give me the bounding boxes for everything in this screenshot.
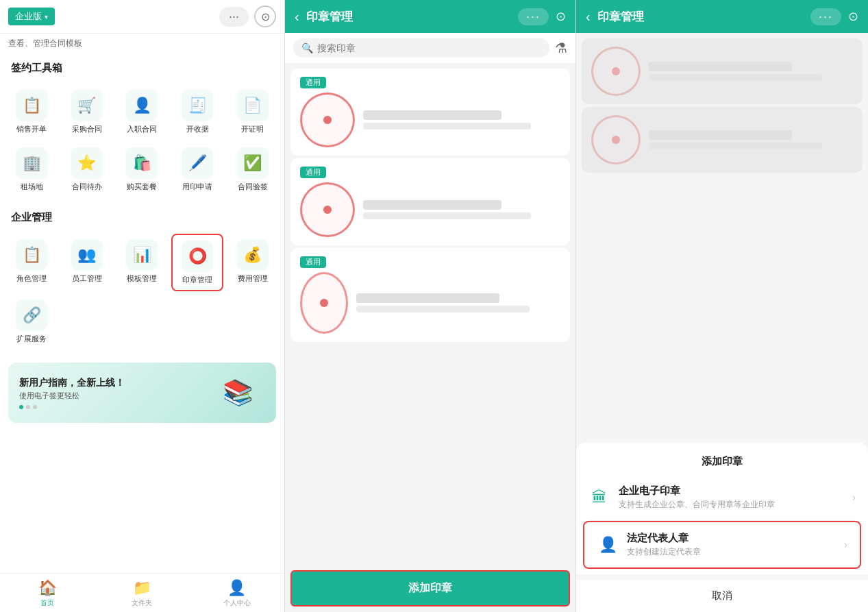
right-header: ‹ 印章管理 ··· ⊙ bbox=[576, 0, 868, 33]
purchase-contract-label: 采购合同 bbox=[72, 124, 102, 134]
enterprise-seal-sub: 支持生成企业公章、合同专用章等企业印章 bbox=[619, 499, 844, 511]
grid-item-purchase-contract[interactable]: 🛒 采购合同 bbox=[61, 84, 114, 139]
add-stamp-button[interactable]: 添加印章 bbox=[290, 570, 570, 607]
onboard-contract-label: 入职合同 bbox=[127, 124, 157, 134]
middle-target-icon[interactable]: ⊙ bbox=[556, 9, 566, 24]
enterprise-seal-title: 企业电子印章 bbox=[619, 485, 844, 498]
certificate-label: 开证明 bbox=[241, 124, 264, 134]
more-options-button[interactable]: ··· bbox=[219, 7, 249, 27]
grid-item-onboard-contract[interactable]: 👤 入职合同 bbox=[116, 84, 169, 139]
enterprise-button[interactable]: 企业版 ▾ bbox=[8, 8, 55, 25]
grid-item-buy-package[interactable]: 🛍️ 购买套餐 bbox=[116, 142, 169, 197]
grid-item-role-mgmt[interactable]: 📋 角色管理 bbox=[5, 234, 58, 291]
buy-package-icon: 🛍️ bbox=[126, 147, 158, 179]
nav-item-files[interactable]: 📁 文件夹 bbox=[95, 574, 189, 612]
grid-item-fee-mgmt[interactable]: 💰 费用管理 bbox=[226, 234, 279, 291]
enterprise-seal-item[interactable]: 🏛 企业电子印章 支持生成企业公章、合同专用章等企业印章 › bbox=[576, 475, 868, 520]
stamp-item-1[interactable]: 通用 bbox=[290, 69, 570, 156]
target-icon-button[interactable]: ⊙ bbox=[254, 5, 276, 27]
sales-contract-icon: 📋 bbox=[16, 90, 47, 121]
middle-more-button[interactable]: ··· bbox=[518, 8, 549, 25]
stamp-image-row-3 bbox=[300, 272, 560, 334]
stamp-sub-blurred-1 bbox=[363, 123, 531, 130]
stamp-circle-1 bbox=[300, 93, 355, 147]
stamp-info-2 bbox=[363, 200, 560, 219]
stamp-circle-3 bbox=[300, 272, 348, 334]
home-label: 首页 bbox=[40, 598, 54, 608]
stamp-tag-2: 通用 bbox=[300, 167, 326, 178]
grid-item-sales-contract[interactable]: 📋 销售开单 bbox=[5, 84, 58, 139]
banner-dot-1 bbox=[19, 405, 23, 409]
back-button[interactable]: ‹ bbox=[295, 9, 299, 25]
legal-seal-title: 法定代表人章 bbox=[627, 532, 836, 545]
legal-seal-sub: 支持创建法定代表章 bbox=[627, 546, 836, 558]
stamp-mgmt-label: 印章管理 bbox=[182, 275, 212, 284]
legal-seal-icon: 👤 bbox=[597, 536, 619, 554]
grid-item-seal-apply[interactable]: 🖊️ 用印申请 bbox=[171, 142, 224, 197]
rent-site-icon: 🏢 bbox=[16, 147, 47, 179]
stamp-circle-2 bbox=[300, 182, 355, 237]
profile-icon: 👤 bbox=[227, 579, 246, 597]
right-target-icon[interactable]: ⊙ bbox=[848, 9, 858, 24]
legal-seal-content: 法定代表人章 支持创建法定代表章 bbox=[627, 532, 836, 558]
sales-contract-label: 销售开单 bbox=[16, 124, 47, 134]
buy-package-label: 购买套餐 bbox=[127, 182, 157, 191]
banner[interactable]: 新用户指南，全新上线！ 使用电子签更轻松 📚 bbox=[8, 363, 276, 423]
contract-verify-icon: ✅ bbox=[237, 147, 269, 179]
add-stamp-modal: 添加印章 🏛 企业电子印章 支持生成企业公章、合同专用章等企业印章 › 👤 法定… bbox=[576, 443, 868, 612]
grid-item-stamp-mgmt[interactable]: ⭕ 印章管理 bbox=[171, 234, 224, 291]
grid-item-contract-verify[interactable]: ✅ 合同验签 bbox=[226, 142, 279, 197]
right-stamp-circle-2 bbox=[591, 115, 641, 164]
grid-item-contract-pending[interactable]: ⭐ 合同待办 bbox=[61, 142, 114, 197]
certificate-icon: 📄 bbox=[237, 90, 269, 121]
cancel-button[interactable]: 取消 bbox=[576, 574, 868, 612]
contract-pending-icon: ⭐ bbox=[71, 147, 103, 179]
search-input[interactable] bbox=[317, 42, 541, 53]
stamp-item-3[interactable]: 通用 bbox=[290, 248, 570, 342]
middle-header-title: 印章管理 bbox=[306, 9, 511, 25]
grid-item-rent-site[interactable]: 🏢 租场地 bbox=[5, 142, 58, 197]
right-stamp-item-1 bbox=[582, 38, 863, 104]
nav-item-profile[interactable]: 👤 个人中心 bbox=[190, 574, 284, 612]
stamp-image-row-1 bbox=[300, 93, 560, 147]
banner-pagination bbox=[19, 405, 125, 409]
banner-dot-3 bbox=[33, 405, 37, 409]
grid-item-template-mgmt[interactable]: 📊 模板管理 bbox=[116, 234, 169, 291]
stamp-dot-1 bbox=[323, 116, 332, 124]
legal-seal-item[interactable]: 👤 法定代表人章 支持创建法定代表章 › bbox=[583, 521, 861, 569]
enterprise-label: 企业版 bbox=[15, 10, 42, 23]
role-mgmt-label: 角色管理 bbox=[16, 273, 47, 283]
nav-item-home[interactable]: 🏠 首页 bbox=[0, 574, 95, 612]
contract-pending-label: 合同待办 bbox=[72, 182, 102, 191]
right-panel: ‹ 印章管理 ··· ⊙ 添加印章 bbox=[576, 0, 868, 612]
grid-item-invoice[interactable]: 🧾 开收据 bbox=[171, 84, 224, 139]
stamp-item-2[interactable]: 通用 bbox=[290, 158, 570, 245]
signing-grid: 📋 销售开单 🛒 采购合同 👤 入职合同 🧾 开收据 📄 开证明 🏢 租场地 ⭐… bbox=[0, 79, 284, 203]
banner-content: 新用户指南，全新上线！ 使用电子签更轻松 bbox=[19, 377, 125, 409]
right-header-title: 印章管理 bbox=[597, 9, 804, 25]
right-more-button[interactable]: ··· bbox=[810, 8, 841, 25]
grid-item-expand-service[interactable]: 🔗 扩展服务 bbox=[5, 294, 58, 349]
right-stamp-list bbox=[576, 33, 868, 178]
home-icon: 🏠 bbox=[38, 579, 57, 597]
contract-verify-label: 合同验签 bbox=[238, 182, 268, 191]
section-enterprise-title: 企业管理 bbox=[0, 203, 284, 228]
modal-title: 添加印章 bbox=[576, 443, 868, 475]
right-back-button[interactable]: ‹ bbox=[586, 9, 591, 25]
right-stamp-circle-1 bbox=[591, 47, 641, 96]
grid-item-certificate[interactable]: 📄 开证明 bbox=[226, 84, 279, 139]
banner-subtitle: 使用电子签更轻松 bbox=[19, 391, 125, 401]
fee-mgmt-label: 费用管理 bbox=[238, 273, 268, 283]
profile-label: 个人中心 bbox=[223, 598, 251, 608]
files-icon: 📁 bbox=[133, 579, 151, 597]
stamp-name-blurred-3 bbox=[356, 293, 499, 303]
stamp-sub-blurred-3 bbox=[356, 306, 530, 313]
stamp-dot-3 bbox=[320, 299, 328, 307]
filter-button[interactable]: ⚗ bbox=[555, 40, 567, 56]
stamp-sub-blurred-2 bbox=[363, 212, 531, 219]
grid-item-staff-mgmt[interactable]: 👥 员工管理 bbox=[61, 234, 114, 291]
stamp-name-blurred-2 bbox=[363, 200, 501, 210]
rent-site-label: 租场地 bbox=[21, 182, 43, 191]
banner-illustration: 📚 bbox=[210, 372, 265, 413]
middle-panel: ‹ 印章管理 ··· ⊙ 🔍 ⚗ 通用 通用 bbox=[284, 0, 576, 612]
